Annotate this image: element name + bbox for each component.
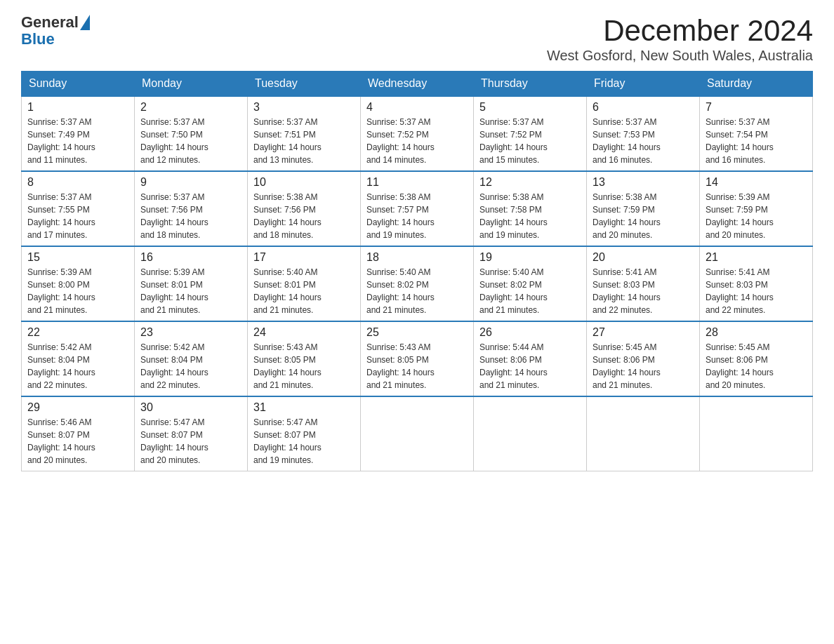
calendar-cell: 13Sunrise: 5:38 AMSunset: 7:59 PMDayligh…: [587, 171, 700, 246]
day-info: Sunrise: 5:38 AMSunset: 7:58 PMDaylight:…: [479, 191, 581, 241]
calendar-cell: [474, 396, 587, 471]
weekday-header-thursday: Thursday: [474, 72, 587, 97]
day-number: 3: [253, 101, 355, 114]
calendar-cell: 2Sunrise: 5:37 AMSunset: 7:50 PMDaylight…: [135, 96, 248, 171]
calendar-table: SundayMondayTuesdayWednesdayThursdayFrid…: [21, 71, 813, 471]
calendar-cell: 22Sunrise: 5:42 AMSunset: 8:04 PMDayligh…: [22, 321, 135, 396]
day-info: Sunrise: 5:41 AMSunset: 8:03 PMDaylight:…: [593, 266, 694, 316]
day-number: 17: [253, 251, 355, 264]
day-info: Sunrise: 5:39 AMSunset: 8:01 PMDaylight:…: [140, 266, 241, 316]
calendar-cell: 1Sunrise: 5:37 AMSunset: 7:49 PMDaylight…: [22, 96, 135, 171]
day-info: Sunrise: 5:37 AMSunset: 7:53 PMDaylight:…: [593, 116, 694, 166]
day-number: 16: [140, 251, 241, 264]
day-info: Sunrise: 5:47 AMSunset: 8:07 PMDaylight:…: [253, 416, 355, 467]
calendar-cell: 11Sunrise: 5:38 AMSunset: 7:57 PMDayligh…: [361, 171, 474, 246]
day-number: 15: [27, 251, 128, 264]
calendar-week-row: 8Sunrise: 5:37 AMSunset: 7:55 PMDaylight…: [22, 171, 813, 246]
calendar-cell: 24Sunrise: 5:43 AMSunset: 8:05 PMDayligh…: [248, 321, 361, 396]
day-info: Sunrise: 5:40 AMSunset: 8:02 PMDaylight:…: [479, 266, 581, 316]
day-number: 7: [706, 101, 807, 114]
day-info: Sunrise: 5:47 AMSunset: 8:07 PMDaylight:…: [140, 416, 241, 467]
calendar-week-row: 22Sunrise: 5:42 AMSunset: 8:04 PMDayligh…: [22, 321, 813, 396]
page-header: General Blue December 2024 West Gosford,…: [21, 14, 813, 64]
calendar-cell: 8Sunrise: 5:37 AMSunset: 7:55 PMDaylight…: [22, 171, 135, 246]
weekday-header-monday: Monday: [135, 72, 248, 97]
day-number: 24: [253, 326, 355, 339]
day-number: 18: [366, 251, 468, 264]
day-info: Sunrise: 5:37 AMSunset: 7:56 PMDaylight:…: [140, 191, 241, 241]
logo: General Blue: [21, 14, 90, 48]
calendar-body: 1Sunrise: 5:37 AMSunset: 7:49 PMDaylight…: [22, 96, 813, 471]
weekday-header-wednesday: Wednesday: [361, 72, 474, 97]
calendar-cell: 7Sunrise: 5:37 AMSunset: 7:54 PMDaylight…: [700, 96, 813, 171]
calendar-cell: 26Sunrise: 5:44 AMSunset: 8:06 PMDayligh…: [474, 321, 587, 396]
calendar-cell: 25Sunrise: 5:43 AMSunset: 8:05 PMDayligh…: [361, 321, 474, 396]
day-info: Sunrise: 5:40 AMSunset: 8:01 PMDaylight:…: [253, 266, 355, 316]
day-number: 23: [140, 326, 241, 339]
day-info: Sunrise: 5:37 AMSunset: 7:55 PMDaylight:…: [27, 191, 128, 241]
calendar-cell: 4Sunrise: 5:37 AMSunset: 7:52 PMDaylight…: [361, 96, 474, 171]
day-number: 10: [253, 176, 355, 189]
day-info: Sunrise: 5:42 AMSunset: 8:04 PMDaylight:…: [140, 341, 241, 391]
day-number: 5: [479, 101, 581, 114]
day-number: 6: [593, 101, 694, 114]
day-info: Sunrise: 5:37 AMSunset: 7:52 PMDaylight:…: [479, 116, 581, 166]
day-info: Sunrise: 5:46 AMSunset: 8:07 PMDaylight:…: [27, 416, 128, 467]
logo-triangle-icon: [80, 15, 90, 30]
calendar-title: December 2024: [547, 14, 813, 48]
day-number: 25: [366, 326, 468, 339]
day-info: Sunrise: 5:37 AMSunset: 7:52 PMDaylight:…: [366, 116, 468, 166]
calendar-cell: [361, 396, 474, 471]
day-number: 27: [593, 326, 694, 339]
day-info: Sunrise: 5:37 AMSunset: 7:49 PMDaylight:…: [27, 116, 128, 166]
calendar-cell: 21Sunrise: 5:41 AMSunset: 8:03 PMDayligh…: [700, 246, 813, 321]
day-info: Sunrise: 5:39 AMSunset: 7:59 PMDaylight:…: [706, 191, 807, 241]
calendar-week-row: 29Sunrise: 5:46 AMSunset: 8:07 PMDayligh…: [22, 396, 813, 471]
weekday-header-friday: Friday: [587, 72, 700, 97]
calendar-cell: 14Sunrise: 5:39 AMSunset: 7:59 PMDayligh…: [700, 171, 813, 246]
day-number: 28: [706, 326, 807, 339]
day-info: Sunrise: 5:45 AMSunset: 8:06 PMDaylight:…: [593, 341, 694, 391]
day-info: Sunrise: 5:39 AMSunset: 8:00 PMDaylight:…: [27, 266, 128, 316]
calendar-header: SundayMondayTuesdayWednesdayThursdayFrid…: [22, 72, 813, 97]
logo-blue: Blue: [21, 30, 55, 48]
calendar-cell: 17Sunrise: 5:40 AMSunset: 8:01 PMDayligh…: [248, 246, 361, 321]
day-number: 19: [479, 251, 581, 264]
day-number: 12: [479, 176, 581, 189]
calendar-cell: [700, 396, 813, 471]
day-number: 31: [253, 401, 355, 414]
calendar-cell: 3Sunrise: 5:37 AMSunset: 7:51 PMDaylight…: [248, 96, 361, 171]
calendar-cell: 18Sunrise: 5:40 AMSunset: 8:02 PMDayligh…: [361, 246, 474, 321]
calendar-subtitle: West Gosford, New South Wales, Australia: [547, 48, 813, 64]
calendar-cell: 29Sunrise: 5:46 AMSunset: 8:07 PMDayligh…: [22, 396, 135, 471]
calendar-cell: 12Sunrise: 5:38 AMSunset: 7:58 PMDayligh…: [474, 171, 587, 246]
day-info: Sunrise: 5:44 AMSunset: 8:06 PMDaylight:…: [479, 341, 581, 391]
calendar-week-row: 15Sunrise: 5:39 AMSunset: 8:00 PMDayligh…: [22, 246, 813, 321]
calendar-cell: 23Sunrise: 5:42 AMSunset: 8:04 PMDayligh…: [135, 321, 248, 396]
day-number: 30: [140, 401, 241, 414]
day-info: Sunrise: 5:42 AMSunset: 8:04 PMDaylight:…: [27, 341, 128, 391]
day-number: 1: [27, 101, 128, 114]
calendar-cell: 20Sunrise: 5:41 AMSunset: 8:03 PMDayligh…: [587, 246, 700, 321]
logo-general: General: [21, 14, 79, 31]
calendar-cell: [587, 396, 700, 471]
calendar-cell: 6Sunrise: 5:37 AMSunset: 7:53 PMDaylight…: [587, 96, 700, 171]
weekday-header-sunday: Sunday: [22, 72, 135, 97]
day-info: Sunrise: 5:38 AMSunset: 7:56 PMDaylight:…: [253, 191, 355, 241]
weekday-header-saturday: Saturday: [700, 72, 813, 97]
day-info: Sunrise: 5:37 AMSunset: 7:50 PMDaylight:…: [140, 116, 241, 166]
day-number: 26: [479, 326, 581, 339]
calendar-cell: 27Sunrise: 5:45 AMSunset: 8:06 PMDayligh…: [587, 321, 700, 396]
day-number: 8: [27, 176, 128, 189]
day-info: Sunrise: 5:41 AMSunset: 8:03 PMDaylight:…: [706, 266, 807, 316]
calendar-cell: 5Sunrise: 5:37 AMSunset: 7:52 PMDaylight…: [474, 96, 587, 171]
day-number: 9: [140, 176, 241, 189]
calendar-cell: 15Sunrise: 5:39 AMSunset: 8:00 PMDayligh…: [22, 246, 135, 321]
calendar-cell: 16Sunrise: 5:39 AMSunset: 8:01 PMDayligh…: [135, 246, 248, 321]
title-area: December 2024 West Gosford, New South Wa…: [547, 14, 813, 64]
day-number: 22: [27, 326, 128, 339]
day-info: Sunrise: 5:38 AMSunset: 7:59 PMDaylight:…: [593, 191, 694, 241]
calendar-cell: 10Sunrise: 5:38 AMSunset: 7:56 PMDayligh…: [248, 171, 361, 246]
calendar-week-row: 1Sunrise: 5:37 AMSunset: 7:49 PMDaylight…: [22, 96, 813, 171]
day-info: Sunrise: 5:37 AMSunset: 7:51 PMDaylight:…: [253, 116, 355, 166]
